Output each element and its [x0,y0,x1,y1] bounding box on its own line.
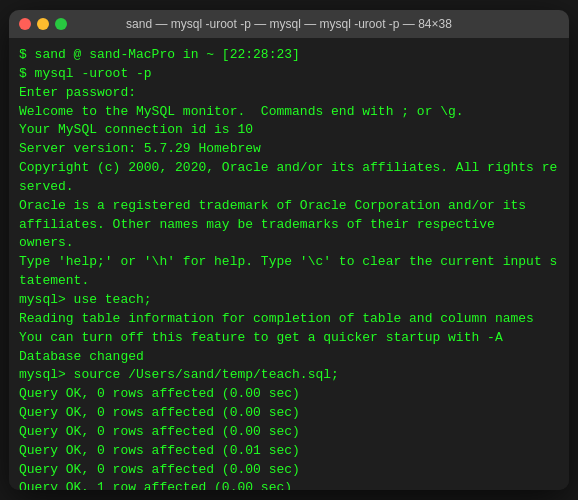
terminal-line: Server version: 5.7.29 Homebrew [19,140,559,159]
terminal-line: Copyright (c) 2000, 2020, Oracle and/or … [19,159,559,197]
window-title: sand — mysql -uroot -p — mysql — mysql -… [126,17,452,31]
terminal-line: Query OK, 0 rows affected (0.00 sec) [19,385,559,404]
terminal-line: Your MySQL connection id is 10 [19,121,559,140]
terminal-line: affiliates. Other names may be trademark… [19,216,559,235]
terminal-line: Type 'help;' or '\h' for help. Type '\c'… [19,253,559,291]
title-bar: sand — mysql -uroot -p — mysql — mysql -… [9,10,569,38]
minimize-button[interactable] [37,18,49,30]
terminal-line: mysql> source /Users/sand/temp/teach.sql… [19,366,559,385]
terminal-line: Welcome to the MySQL monitor. Commands e… [19,103,559,122]
terminal-line: Reading table information for completion… [19,310,559,329]
terminal-line: Query OK, 1 row affected (0.00 sec) [19,479,559,490]
terminal-line: Oracle is a registered trademark of Orac… [19,197,559,216]
terminal-line: $ mysql -uroot -p [19,65,559,84]
terminal-line: Query OK, 0 rows affected (0.00 sec) [19,423,559,442]
terminal-body[interactable]: $ sand @ sand-MacPro in ~ [22:28:23]$ my… [9,38,569,490]
terminal-line: You can turn off this feature to get a q… [19,329,559,348]
terminal-line: Database changed [19,348,559,367]
terminal-line: Query OK, 0 rows affected (0.00 sec) [19,404,559,423]
terminal-line: Query OK, 0 rows affected (0.01 sec) [19,442,559,461]
close-button[interactable] [19,18,31,30]
terminal-line: Enter password: [19,84,559,103]
maximize-button[interactable] [55,18,67,30]
terminal-line: mysql> use teach; [19,291,559,310]
terminal-line: Query OK, 0 rows affected (0.00 sec) [19,461,559,480]
terminal-line: owners. [19,234,559,253]
terminal-window: sand — mysql -uroot -p — mysql — mysql -… [9,10,569,490]
traffic-lights [19,18,67,30]
terminal-line: $ sand @ sand-MacPro in ~ [22:28:23] [19,46,559,65]
